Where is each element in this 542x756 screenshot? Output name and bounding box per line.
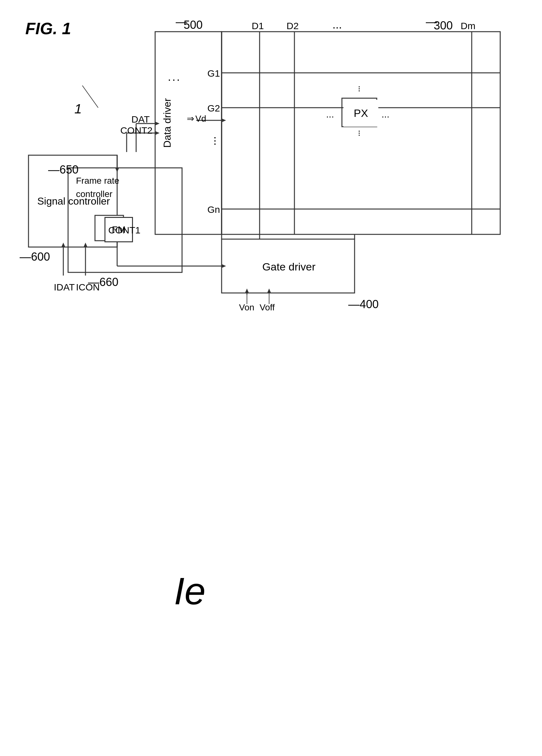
px-left-dots: ··· [326, 111, 334, 122]
voff-label: Voff [260, 302, 275, 313]
vd-label: ⇒ Vd [187, 113, 206, 124]
label-500-dash: — [176, 15, 187, 29]
von-label: Von [239, 302, 254, 313]
label-300-dash: — [426, 15, 437, 29]
icon-label: ICON [76, 282, 100, 293]
frame-rate-label: Frame ratecontroller [76, 174, 119, 201]
px-bottom-dots: ··· [354, 130, 365, 136]
svg-marker-18 [155, 122, 160, 125]
page: FIG. 1 1 300 — 500 — Data driver ⇒ Vd ··… [0, 0, 542, 756]
ie-region: Ie [101, 545, 279, 637]
gate-lines-dots: ··· [209, 136, 222, 146]
px-top-dots: ··· [354, 86, 365, 92]
ie-text: Ie [174, 569, 206, 613]
vd-arrow-icon: ⇒ [187, 113, 194, 124]
px-box: PX [343, 100, 378, 127]
idat-label: IDAT [54, 282, 75, 293]
dat-label: DAT [131, 114, 150, 125]
svg-marker-21 [155, 131, 160, 135]
data-driver-label: Data driver [162, 98, 173, 148]
gn-label: Gn [207, 204, 220, 215]
data-driver-dots: ··· [168, 73, 181, 86]
cont1-label: CONT1 [108, 225, 141, 236]
g2-label: G2 [207, 103, 220, 114]
svg-marker-15 [222, 118, 226, 122]
g1-label: G1 [207, 68, 220, 79]
px-right-dots: ··· [381, 111, 389, 122]
label-400: —400 [348, 298, 379, 311]
label-650: —650 [48, 163, 79, 176]
dm-label: Dm [461, 21, 475, 31]
cont2-label: CONT2 [120, 125, 153, 136]
diagram-ref: 1 [74, 101, 82, 117]
data-lines-dots: ··· [332, 21, 342, 34]
d1-label: D1 [252, 21, 264, 31]
gate-driver-box: Gate driver [223, 241, 354, 293]
frame-rate-controller-box: Frame ratecontroller FM [70, 169, 181, 271]
figure-label: FIG. 1 [25, 19, 71, 38]
svg-line-40 [82, 86, 98, 108]
d2-label: D2 [286, 21, 298, 31]
label-600: —600 [20, 250, 50, 264]
